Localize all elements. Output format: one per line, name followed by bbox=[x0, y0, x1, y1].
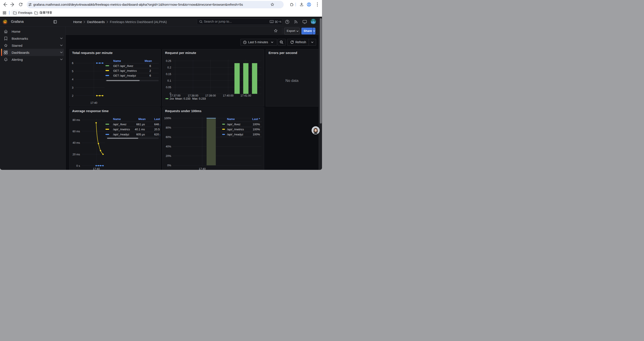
svg-text:2: 2 bbox=[150, 69, 151, 72]
svg-text:17:40: 17:40 bbox=[90, 101, 97, 104]
svg-text:0.05: 0.05 bbox=[166, 86, 171, 89]
svg-text:646 µs: 646 µs bbox=[154, 123, 160, 126]
svg-text:/api/_/metrics: /api/_/metrics bbox=[227, 128, 244, 131]
svg-text:Mean: Mean bbox=[138, 117, 146, 121]
svg-text:/api/_/livez: /api/_/livez bbox=[227, 123, 240, 126]
svg-text:/api/_/readyz: /api/_/readyz bbox=[113, 133, 129, 136]
svg-text:2xx: 2xx bbox=[170, 97, 174, 100]
svg-text:4: 4 bbox=[72, 78, 74, 81]
svg-text:17:41:00: 17:41:00 bbox=[240, 94, 251, 97]
svg-text:0%: 0% bbox=[167, 164, 171, 167]
svg-text:Last *: Last * bbox=[252, 117, 260, 121]
svg-text:100%: 100% bbox=[253, 128, 260, 131]
svg-text:20%: 20% bbox=[166, 154, 171, 158]
svg-text:GET /api/_/metrics: GET /api/_/metrics bbox=[113, 69, 137, 72]
svg-text:/api/_/metrics: /api/_/metrics bbox=[113, 128, 130, 131]
svg-text:100%: 100% bbox=[253, 133, 260, 136]
svg-text:60%: 60% bbox=[166, 136, 171, 139]
svg-text:0.1: 0.1 bbox=[168, 79, 171, 82]
svg-text:80 ms: 80 ms bbox=[72, 119, 80, 122]
svg-text:Name: Name bbox=[227, 117, 235, 121]
svg-text:Last *: Last * bbox=[154, 117, 160, 121]
svg-text:100%: 100% bbox=[253, 123, 260, 126]
svg-text:40%: 40% bbox=[166, 145, 171, 148]
svg-text:605 µs: 605 µs bbox=[136, 133, 145, 136]
svg-text:0 s: 0 s bbox=[76, 164, 80, 167]
svg-text:6: 6 bbox=[150, 74, 151, 77]
svg-text:40.1 ms: 40.1 ms bbox=[135, 128, 145, 131]
svg-text:17:38:00: 17:38:00 bbox=[188, 94, 198, 97]
svg-text:0.25: 0.25 bbox=[166, 60, 171, 63]
svg-text:0.2: 0.2 bbox=[168, 66, 171, 69]
svg-text:3: 3 bbox=[72, 86, 74, 89]
svg-text:20 ms: 20 ms bbox=[72, 153, 80, 156]
svg-text:6: 6 bbox=[72, 62, 74, 65]
svg-text:Mean: 0.233: Mean: 0.233 bbox=[175, 97, 190, 100]
svg-text:80%: 80% bbox=[166, 126, 171, 129]
svg-text:17:40: 17:40 bbox=[93, 167, 100, 170]
svg-text:40 ms: 40 ms bbox=[72, 141, 80, 144]
svg-text:17:40:00: 17:40:00 bbox=[223, 94, 234, 97]
svg-text:GET /api/_/livez: GET /api/_/livez bbox=[113, 64, 134, 68]
svg-text:Mean: Mean bbox=[145, 59, 152, 63]
svg-text:Max: 0.233: Max: 0.233 bbox=[192, 97, 206, 100]
svg-text:Name: Name bbox=[113, 117, 121, 121]
svg-text:17:39:00: 17:39:00 bbox=[205, 94, 216, 97]
svg-text:17:37:00: 17:37:00 bbox=[170, 94, 180, 97]
svg-text:661 µs: 661 µs bbox=[136, 123, 145, 126]
svg-text:/api/_/livez: /api/_/livez bbox=[113, 123, 126, 126]
svg-text:0.15: 0.15 bbox=[166, 73, 171, 76]
svg-text:5: 5 bbox=[72, 70, 74, 73]
svg-text:620 µs: 620 µs bbox=[154, 133, 160, 136]
svg-text:6: 6 bbox=[150, 64, 151, 68]
svg-text:20.5 ms: 20.5 ms bbox=[154, 128, 160, 131]
svg-text:2: 2 bbox=[72, 94, 74, 97]
svg-text:GET /api/_/readyz: GET /api/_/readyz bbox=[113, 74, 136, 77]
svg-text:/api/_/readyz: /api/_/readyz bbox=[227, 133, 243, 136]
svg-text:100%: 100% bbox=[164, 117, 171, 120]
svg-text:17:40: 17:40 bbox=[199, 167, 206, 170]
svg-text:Name: Name bbox=[113, 59, 121, 63]
svg-text:60 ms: 60 ms bbox=[72, 130, 80, 133]
